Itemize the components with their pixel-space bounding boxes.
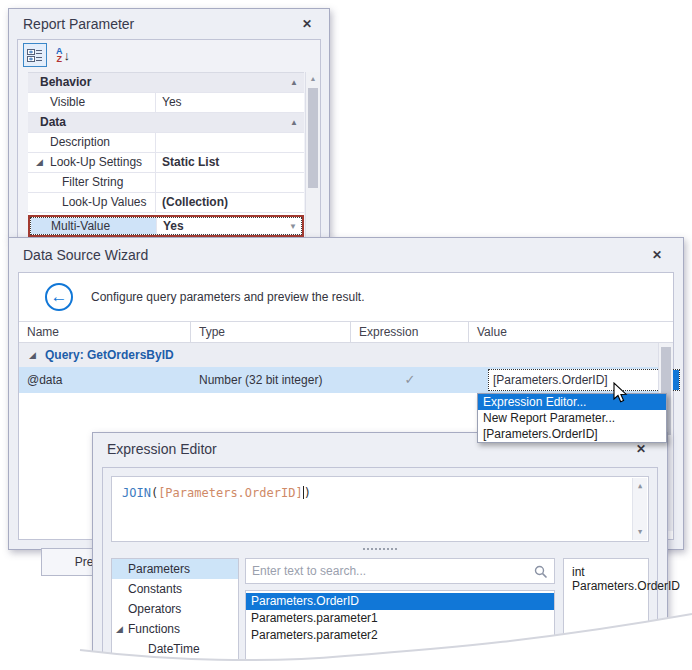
search-box[interactable] [245, 558, 555, 584]
list-item[interactable]: Parameters.OrderID [246, 593, 554, 610]
wizard-titlebar[interactable]: Data Source Wizard ✕ [9, 238, 683, 272]
report-parameter-dialog: Report Parameter ✕ A Z ↓ [8, 8, 330, 238]
categorized-view-icon [27, 48, 43, 63]
expression-checkbox[interactable]: ✓ [351, 367, 469, 393]
property-value[interactable] [156, 173, 304, 192]
category-label: Data [28, 113, 304, 132]
dialog-title: Report Parameter [23, 16, 134, 32]
property-label: Look-Up Values [28, 193, 156, 212]
sort-arrow-icon: ↓ [64, 48, 71, 63]
dropdown-item-expression-editor[interactable]: Expression Editor... [478, 394, 666, 410]
table-header-row: Name Type Expression Value [19, 321, 673, 343]
list-item[interactable]: Parameters.parameter1 [246, 610, 554, 627]
banner-text: Configure query parameters and preview t… [91, 290, 364, 304]
dropdown-item-new-report-parameter[interactable]: New Report Parameter... [478, 410, 666, 426]
parameter-list: Parameters.OrderID Parameters.parameter1… [245, 590, 555, 670]
search-input[interactable] [246, 559, 554, 583]
chevron-down-icon[interactable]: ▼ [289, 218, 297, 235]
dialog-title: Data Source Wizard [23, 247, 148, 263]
property-grid-scrollbar[interactable]: ▲ [305, 72, 320, 237]
property-value[interactable]: Yes [156, 93, 304, 112]
close-icon[interactable]: ✕ [647, 238, 667, 272]
category-item-constants[interactable]: Constants [112, 579, 238, 599]
expression-editor-dialog: Expression Editor ✕ JOIN([Parameters.Ord… [92, 432, 668, 670]
sort-az-icon: A Z [56, 47, 63, 63]
property-row-lookup-values[interactable]: Look-Up Values (Collection) [28, 193, 304, 213]
back-arrow-icon: ← [51, 287, 68, 306]
expression-code-editor[interactable]: JOIN([Parameters.OrderID]) ▲ ▼ [111, 476, 649, 542]
category-item-logical[interactable]: Logical [112, 659, 238, 670]
code-argument: [Parameters.OrderID] [158, 486, 303, 500]
list-item[interactable]: Parameters.parameter2 [246, 627, 554, 644]
collapse-arrow-icon[interactable]: ▲ [290, 73, 298, 92]
back-button[interactable]: ← [45, 283, 73, 311]
search-icon [534, 565, 548, 579]
value-dropdown-popup: Expression Editor... New Report Paramete… [477, 393, 667, 443]
property-label: Look-Up Settings [28, 153, 156, 172]
description-panel: int Parameters.OrderID [563, 558, 649, 670]
column-header-value[interactable]: Value [469, 322, 673, 342]
property-value[interactable]: (Collection) [156, 193, 304, 212]
scrollbar-thumb[interactable] [308, 88, 318, 188]
expand-triangle-icon[interactable]: ◢ [29, 343, 36, 367]
category-item-operators[interactable]: Operators [112, 599, 238, 619]
code-keyword: JOIN [122, 486, 151, 500]
property-row-filter-string[interactable]: Filter String [28, 173, 304, 193]
combobox-value: [Parameters.OrderID] [493, 373, 608, 387]
categorized-view-button[interactable] [23, 43, 47, 67]
query-group-label: Query: GetOrdersByID [45, 343, 174, 367]
query-group-row[interactable]: ◢ Query: GetOrdersByID [19, 343, 658, 367]
cell-type: Number (32 bit integer) [191, 367, 351, 393]
code-scrollbar[interactable]: ▲ ▼ [632, 478, 647, 540]
column-header-name[interactable]: Name [19, 322, 191, 342]
expand-triangle-icon[interactable]: ◢ [116, 619, 123, 639]
sort-alphabetical-button[interactable]: A Z ↓ [53, 43, 73, 67]
property-grid-panel: A Z ↓ Behavior ▲ Visible Yes Data ▲ Desc… [17, 39, 321, 237]
category-item-functions[interactable]: ◢ Functions [112, 619, 238, 639]
property-value[interactable] [156, 133, 304, 152]
category-list: Parameters Constants Operators ◢ Functio… [111, 558, 239, 670]
dropdown-item-parameters-orderid[interactable]: [Parameters.OrderID] [478, 426, 666, 442]
property-value[interactable]: Static List [156, 153, 304, 172]
property-row-description[interactable]: Description [28, 133, 304, 153]
property-row-multi-value[interactable]: Multi-Value Yes ▼ [28, 215, 304, 237]
category-row-behavior[interactable]: Behavior ▲ [28, 73, 304, 93]
category-item-parameters[interactable]: Parameters [112, 559, 238, 579]
category-item-datetime[interactable]: DateTime [112, 639, 238, 659]
value-combobox[interactable]: [Parameters.OrderID] ▼ [488, 369, 680, 391]
splitter-handle[interactable] [363, 548, 397, 550]
property-row-lookup-settings[interactable]: ◢ Look-Up Settings Static List [28, 153, 304, 173]
report-parameter-titlebar[interactable]: Report Parameter ✕ [9, 9, 329, 39]
property-label: Filter String [28, 173, 156, 192]
parameter-table-row[interactable]: @data Number (32 bit integer) ✓ [Paramet… [19, 367, 658, 393]
multi-value-editor[interactable]: Yes ▼ [157, 218, 301, 234]
property-row-visible[interactable]: Visible Yes [28, 93, 304, 113]
wizard-banner: ← Configure query parameters and preview… [19, 273, 673, 321]
expand-triangle-icon[interactable]: ◢ [36, 153, 43, 172]
code-paren: ) [304, 486, 311, 500]
category-label: Behavior [28, 73, 304, 92]
scroll-up-icon[interactable]: ▲ [306, 75, 320, 82]
property-label: Visible [28, 93, 156, 112]
expression-editor-panel: JOIN([Parameters.OrderID]) ▲ ▼ Parameter… [102, 467, 658, 670]
cell-name: @data [19, 367, 191, 393]
property-label: Description [28, 133, 156, 152]
category-row-data[interactable]: Data ▲ [28, 113, 304, 133]
property-grid-toolbar: A Z ↓ [18, 40, 320, 70]
scroll-down-icon[interactable]: ▼ [633, 528, 647, 536]
property-grid: Behavior ▲ Visible Yes Data ▲ Descriptio… [28, 72, 304, 237]
dialog-title: Expression Editor [107, 441, 217, 457]
scroll-up-icon[interactable]: ▲ [633, 482, 647, 490]
column-header-type[interactable]: Type [191, 322, 351, 342]
column-header-expression[interactable]: Expression [351, 322, 469, 342]
items-panel: Parameters.OrderID Parameters.parameter1… [245, 558, 555, 670]
collapse-arrow-icon[interactable]: ▲ [290, 113, 298, 132]
property-label: Multi-Value [31, 218, 157, 234]
close-icon[interactable]: ✕ [297, 9, 317, 39]
